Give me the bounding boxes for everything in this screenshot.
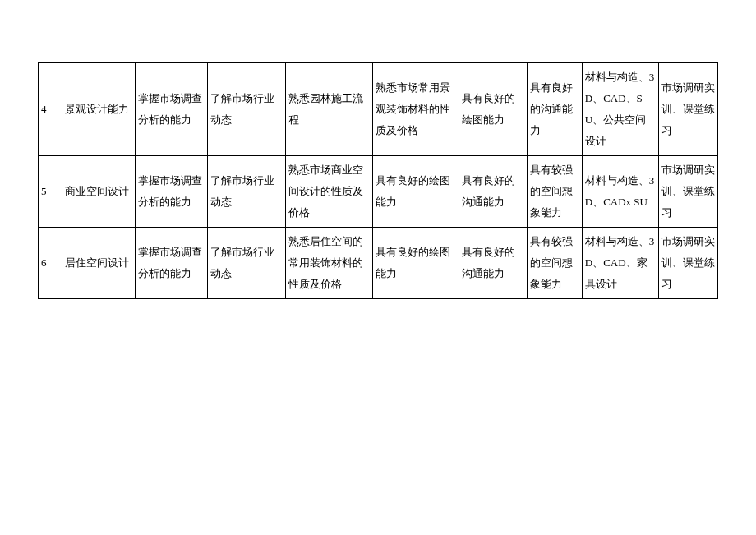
cell-c5: 具有良好的绘图能力	[372, 228, 459, 299]
cell-c9: 市场调研实训、课堂练习	[658, 63, 717, 156]
cell-c3: 了解市场行业动态	[208, 156, 286, 228]
data-table: 4 景观设计能力 掌握市场调查分析的能力 了解市场行业动态 熟悉园林施工流程 熟…	[38, 62, 718, 299]
table-row: 5 商业空间设计 掌握市场调查分析的能力 了解市场行业动态 熟悉市场商业空间设计…	[39, 156, 718, 228]
cell-c5: 熟悉市场常用景观装饰材料的性质及价格	[372, 63, 459, 156]
cell-c6: 具有良好的绘图能力	[459, 63, 528, 156]
cell-ability: 景观设计能力	[62, 63, 135, 156]
cell-c5: 具有良好的绘图能力	[372, 156, 459, 228]
cell-num: 5	[39, 156, 62, 228]
cell-c8: 材料与构造、3D、CAD、SU、公共空间设计	[582, 63, 658, 156]
cell-c4: 熟悉园林施工流程	[286, 63, 372, 156]
cell-c2: 掌握市场调查分析的能力	[135, 228, 208, 299]
cell-c3: 了解市场行业动态	[208, 63, 286, 156]
cell-c8: 材料与构造、3D、CAD、家具设计	[582, 228, 658, 299]
cell-c6: 具有良好的沟通能力	[459, 156, 528, 228]
table-row: 6 居住空间设计 掌握市场调查分析的能力 了解市场行业动态 熟悉居住空间的常用装…	[39, 228, 718, 299]
cell-c4: 熟悉市场商业空间设计的性质及价格	[286, 156, 372, 228]
table-row: 4 景观设计能力 掌握市场调查分析的能力 了解市场行业动态 熟悉园林施工流程 熟…	[39, 63, 718, 156]
cell-num: 4	[39, 63, 62, 156]
cell-c6: 具有良好的沟通能力	[459, 228, 528, 299]
cell-ability: 居住空间设计	[62, 228, 135, 299]
cell-ability: 商业空间设计	[62, 156, 135, 228]
cell-c2: 掌握市场调查分析的能力	[135, 156, 208, 228]
cell-c2: 掌握市场调查分析的能力	[135, 63, 208, 156]
cell-c7: 具有较强的空间想象能力	[527, 156, 582, 228]
cell-num: 6	[39, 228, 62, 299]
cell-c9: 市场调研实训、课堂练习	[658, 156, 717, 228]
cell-c9: 市场调研实训、课堂练习	[658, 228, 717, 299]
cell-c7: 具有良好的沟通能力	[527, 63, 582, 156]
cell-c4: 熟悉居住空间的常用装饰材料的性质及价格	[286, 228, 372, 299]
cell-c8: 材料与构造、3D、CADx SU	[582, 156, 658, 228]
cell-c3: 了解市场行业动态	[208, 228, 286, 299]
cell-c7: 具有较强的空间想象能力	[527, 228, 582, 299]
